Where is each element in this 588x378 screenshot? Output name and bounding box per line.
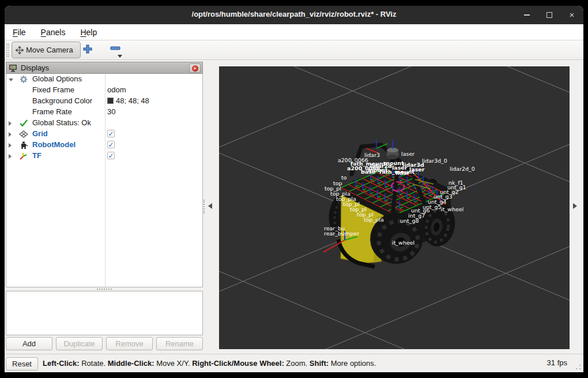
- expand-arrow-icon[interactable]: [9, 154, 12, 159]
- displays-panel-header[interactable]: Displays ×: [6, 62, 203, 74]
- displays-tree: Global OptionsFixed FrameodomBackground …: [6, 74, 203, 287]
- reset-button[interactable]: Reset: [6, 357, 38, 370]
- tree-row-label: Fixed Frame: [32, 85, 74, 94]
- tree-row-value[interactable]: 30: [107, 107, 115, 116]
- menu-bar: FilePanelsHelp: [5, 24, 583, 40]
- enabled-checkbox[interactable]: ✓: [107, 152, 115, 159]
- collapse-left-arrow-icon[interactable]: [208, 203, 212, 209]
- panel-buttons: AddDuplicateRemoveRename: [6, 337, 203, 350]
- tf-icon: [19, 152, 28, 160]
- remove-button[interactable]: Remove: [106, 337, 153, 350]
- move-camera-icon: [16, 46, 24, 54]
- tree-row-grid[interactable]: Grid✓: [6, 129, 202, 140]
- remove-tool-dropdown-icon[interactable]: [118, 55, 122, 58]
- minimize-button[interactable]: [522, 10, 532, 20]
- tree-row-global-options[interactable]: Global Options: [6, 74, 202, 85]
- robot-icon: [19, 141, 28, 149]
- enabled-checkbox[interactable]: ✓: [107, 130, 115, 137]
- tree-row-value[interactable]: ✓: [107, 129, 115, 137]
- tf-frame-label: laser: [401, 151, 414, 157]
- tree-row-tf[interactable]: TF✓: [6, 151, 202, 162]
- status-bar: Reset Left-Click: Rotate. Middle-Click: …: [5, 354, 583, 372]
- collapse-right-arrow-icon[interactable]: [573, 203, 577, 209]
- tree-row-label: TF: [32, 151, 42, 160]
- minimize-icon: [524, 14, 530, 16]
- left-splitter-grip[interactable]: [203, 200, 205, 214]
- hint-key: Shift:: [310, 359, 329, 368]
- tree-row-global-status-ok[interactable]: Global Status: Ok: [6, 118, 202, 129]
- hint-key: Right-Click/Mouse Wheel:: [192, 359, 284, 368]
- rviz-window: /opt/ros/humble/share/clearpath_viz/rviz…: [5, 6, 583, 372]
- close-icon: ×: [570, 12, 575, 18]
- robot-icon: [19, 141, 28, 149]
- tree-row-label: Background Color: [32, 96, 92, 105]
- tf-frame-label: a200_0066: [338, 157, 368, 163]
- tree-row-label: RobotModel: [32, 140, 76, 149]
- tree-row-value[interactable]: ✓: [107, 151, 115, 159]
- window-title: /opt/ros/humble/share/clearpath_viz/rviz…: [5, 10, 583, 18]
- resize-grip-icon[interactable]: [575, 364, 581, 370]
- move-camera-tool[interactable]: Move Camera: [12, 42, 81, 58]
- tree-row-label: Global Options: [32, 74, 82, 83]
- description-box: [6, 291, 203, 335]
- expand-arrow-icon[interactable]: [9, 132, 12, 137]
- toolbar: Move Camera: [5, 40, 583, 60]
- tree-row-robotmodel[interactable]: RobotModel✓: [6, 140, 202, 151]
- title-bar[interactable]: /opt/ros/humble/share/clearpath_viz/rviz…: [5, 6, 583, 24]
- panel-close-icon: ×: [192, 65, 198, 72]
- add-button[interactable]: Add: [6, 337, 52, 350]
- toolbar-grip[interactable]: [6, 43, 9, 57]
- tree-row-value[interactable]: odom: [107, 85, 126, 94]
- maximize-button[interactable]: [545, 10, 554, 20]
- check-icon: [19, 119, 28, 128]
- remove-tool-icon[interactable]: [110, 44, 121, 52]
- displays-panel: Displays × Global OptionsFixed Frameodom…: [6, 62, 203, 335]
- rename-button[interactable]: Rename: [156, 337, 203, 350]
- color-swatch: [107, 98, 114, 104]
- tf-frame-label: it_wheel: [392, 239, 414, 246]
- collapse-arrow-icon[interactable]: [9, 77, 13, 81]
- tf-icon: [19, 152, 28, 160]
- grid-icon: [19, 130, 28, 139]
- expand-arrow-icon[interactable]: [9, 121, 12, 126]
- displays-icon: [9, 64, 17, 72]
- render-scene: fath_mounta200_0066lidar2dmountlaserlida…: [219, 66, 570, 349]
- tree-row-frame-rate[interactable]: Frame Rate30: [6, 107, 202, 118]
- hint-key: Left-Click:: [43, 359, 80, 368]
- menu-panels[interactable]: Panels: [41, 28, 66, 37]
- tree-row-fixed-frame[interactable]: Fixed Frameodom: [6, 85, 202, 96]
- maximize-icon: [546, 12, 552, 18]
- hint-action: More options.: [329, 359, 376, 368]
- tree-row-value[interactable]: ✓: [107, 140, 115, 148]
- add-tool-icon[interactable]: [82, 44, 93, 54]
- enabled-checkbox[interactable]: ✓: [107, 141, 115, 148]
- tree-row-value[interactable]: 48; 48; 48: [107, 96, 149, 105]
- duplicate-button[interactable]: Duplicate: [56, 337, 103, 350]
- hint-key: Middle-Click:: [108, 359, 154, 368]
- panel-splitter[interactable]: [6, 287, 203, 291]
- mouse-hints: Left-Click: Rotate. Middle-Click: Move X…: [43, 359, 376, 368]
- tf-frame-label: lidar: [395, 170, 410, 176]
- expand-arrow-icon[interactable]: [9, 143, 12, 148]
- render-viewport[interactable]: fath_mounta200_0066lidar2dmountlaserlida…: [219, 66, 570, 349]
- screen: /opt/ros/humble/share/clearpath_viz/rviz…: [0, 0, 588, 378]
- hint-action: Move X/Y.: [154, 359, 193, 368]
- tf-frame-label: it_wheel: [441, 206, 463, 212]
- menu-help[interactable]: Help: [80, 28, 97, 37]
- tree-row-label: Frame Rate: [32, 107, 72, 116]
- tf-frame-label: top_pla: [364, 216, 384, 223]
- property-value: 48; 48; 48: [116, 96, 149, 105]
- tree-row-label: Grid: [32, 129, 48, 138]
- panel-close-button[interactable]: ×: [189, 63, 201, 73]
- fps-counter: 31 fps: [547, 358, 567, 367]
- move-camera-label: Move Camera: [26, 46, 73, 54]
- tf-frame-label: unt_g8: [400, 218, 419, 224]
- gear-icon: [19, 75, 28, 84]
- tf-frame-label: lidar3d_0: [422, 158, 447, 164]
- tf-frame-label: lidar2d_0: [450, 166, 475, 172]
- menu-file[interactable]: File: [13, 28, 26, 37]
- tree-row-background-color[interactable]: Background Color48; 48; 48: [6, 96, 202, 107]
- close-button[interactable]: ×: [567, 10, 576, 20]
- check-icon: [19, 119, 28, 128]
- property-value: odom: [107, 85, 126, 94]
